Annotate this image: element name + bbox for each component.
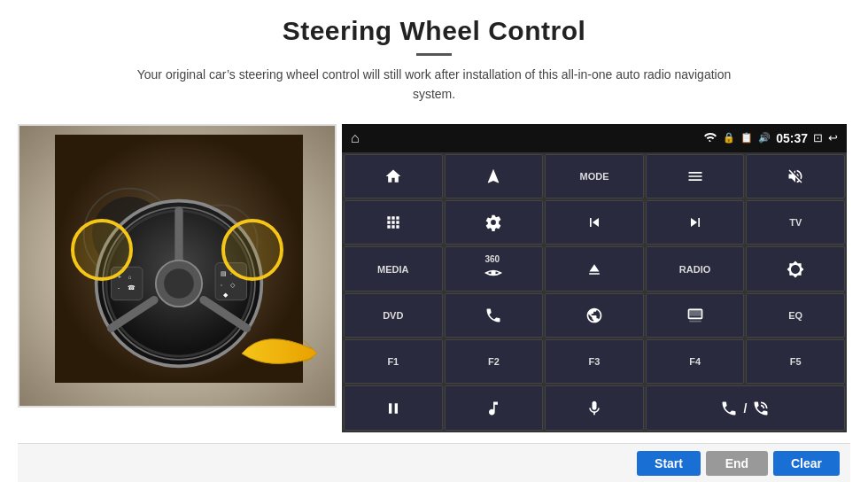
btn-www[interactable] bbox=[545, 293, 644, 338]
btn-f3[interactable]: F3 bbox=[545, 339, 644, 384]
btn-f1[interactable]: F1 bbox=[344, 339, 443, 384]
btn-apps[interactable] bbox=[344, 200, 443, 245]
button-grid: MODE bbox=[342, 152, 847, 432]
btn-list[interactable] bbox=[646, 154, 745, 198]
page-subtitle: Your original car’s steering wheel contr… bbox=[124, 65, 744, 105]
btn-f4[interactable]: F4 bbox=[646, 339, 745, 384]
page-header: Steering Wheel Control Your original car… bbox=[0, 0, 868, 113]
end-button[interactable]: End bbox=[706, 451, 768, 476]
status-time: 05:37 bbox=[776, 131, 808, 145]
svg-text:☎: ☎ bbox=[128, 284, 136, 292]
title-divider bbox=[416, 53, 452, 56]
svg-rect-24 bbox=[492, 271, 496, 276]
highlight-left bbox=[71, 219, 133, 281]
status-home-icon: ⌂ bbox=[351, 130, 360, 146]
btn-media[interactable]: MEDIA bbox=[344, 246, 443, 291]
btn-f5[interactable]: F5 bbox=[746, 339, 845, 384]
btn-vol-mute[interactable] bbox=[746, 154, 845, 198]
svg-text:-: - bbox=[118, 284, 120, 291]
page-title: Steering Wheel Control bbox=[53, 16, 815, 46]
arrow bbox=[237, 323, 326, 388]
btn-play-pause[interactable] bbox=[344, 385, 443, 430]
status-right: 🔒 📋 🔊 05:37 ⊡ ↩ bbox=[703, 131, 838, 145]
wifi-icon bbox=[703, 131, 717, 144]
btn-nav[interactable] bbox=[445, 154, 544, 198]
btn-dvd[interactable]: DVD bbox=[344, 293, 443, 338]
btn-home[interactable] bbox=[344, 154, 443, 198]
sim-icon: 📋 bbox=[740, 132, 753, 144]
content-area: + - ♫ ☎ ▤ ◦ ◦ ◇ ◆ bbox=[18, 124, 850, 432]
clear-button[interactable]: Clear bbox=[773, 451, 840, 476]
btn-eject[interactable] bbox=[545, 246, 644, 291]
back-icon: ↩ bbox=[828, 131, 838, 144]
btn-brightness[interactable] bbox=[746, 246, 845, 291]
highlight-right bbox=[221, 219, 283, 281]
svg-text:▤: ▤ bbox=[221, 269, 227, 276]
btn-mic[interactable] bbox=[545, 385, 644, 430]
control-panel: ⌂ 🔒 📋 🔊 05:37 ⊡ ↩ bbox=[342, 124, 847, 432]
btn-radio[interactable]: RADIO bbox=[646, 246, 745, 291]
svg-text:♫: ♫ bbox=[128, 275, 131, 280]
status-bar: ⌂ 🔒 📋 🔊 05:37 ⊡ ↩ bbox=[342, 124, 847, 152]
page-wrapper: Steering Wheel Control Your original car… bbox=[0, 0, 868, 482]
btn-eq[interactable]: EQ bbox=[746, 293, 845, 338]
btn-tv[interactable]: TV bbox=[746, 200, 845, 245]
start-button[interactable]: Start bbox=[637, 451, 701, 476]
btn-settings[interactable] bbox=[445, 200, 544, 245]
btn-mode[interactable]: MODE bbox=[545, 154, 644, 198]
car-image: + - ♫ ☎ ▤ ◦ ◦ ◇ ◆ bbox=[18, 124, 337, 408]
svg-text:◦: ◦ bbox=[221, 282, 222, 288]
lock-icon: 🔒 bbox=[723, 132, 735, 144]
btn-prev[interactable] bbox=[545, 200, 644, 245]
screen-icon: ⊡ bbox=[813, 131, 823, 144]
btn-music[interactable] bbox=[445, 385, 544, 430]
btn-next[interactable] bbox=[646, 200, 745, 245]
action-bar: Start End Clear bbox=[18, 443, 850, 482]
svg-point-12 bbox=[164, 268, 194, 299]
btn-screen[interactable] bbox=[646, 293, 745, 338]
car-image-bg: + - ♫ ☎ ▤ ◦ ◦ ◇ ◆ bbox=[19, 126, 335, 406]
btn-phone[interactable] bbox=[445, 293, 544, 338]
btn-call-end[interactable]: / bbox=[646, 385, 845, 430]
btn-f2[interactable]: F2 bbox=[445, 339, 544, 384]
btn-360[interactable]: 360 bbox=[445, 246, 544, 291]
bt-icon: 🔊 bbox=[758, 132, 771, 144]
